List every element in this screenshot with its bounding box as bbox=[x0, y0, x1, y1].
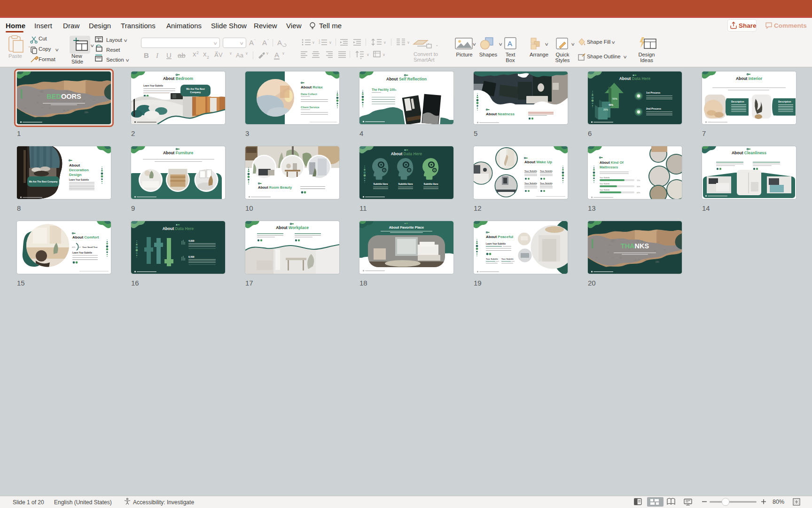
svg-text:Your Subtitle: Your Subtitle bbox=[540, 182, 553, 184]
svg-text:Your Subtitle: Your Subtitle bbox=[600, 189, 609, 191]
svg-text:∨: ∨ bbox=[383, 53, 385, 57]
svg-text:B: B bbox=[144, 51, 149, 59]
svg-text:About Workplace: About Workplace bbox=[276, 225, 309, 230]
svg-text:About Peaceful: About Peaceful bbox=[486, 235, 513, 239]
svg-text:50%: 50% bbox=[637, 186, 640, 188]
svg-text:Mattresses: Mattresses bbox=[600, 165, 618, 169]
svg-text:∨: ∨ bbox=[266, 51, 269, 56]
svg-text:About: About bbox=[69, 163, 80, 167]
svg-text:Your Small Text: Your Small Text bbox=[82, 246, 98, 248]
svg-text:A: A bbox=[360, 57, 362, 60]
svg-text:∨: ∨ bbox=[383, 40, 386, 45]
svg-text:About Self Reflection: About Self Reflection bbox=[386, 77, 427, 81]
svg-text:Your Subtitle: Your Subtitle bbox=[540, 170, 553, 172]
svg-text:80%: 80% bbox=[773, 499, 784, 505]
svg-text:THANKS: THANKS bbox=[621, 242, 649, 250]
svg-text:∨: ∨ bbox=[245, 51, 248, 56]
svg-text:∨: ∨ bbox=[282, 51, 285, 56]
svg-text:x: x bbox=[203, 50, 207, 58]
svg-text:55%: 55% bbox=[612, 97, 617, 100]
svg-text:Your Subtitle: Your Subtitle bbox=[600, 183, 609, 185]
svg-text:A: A bbox=[274, 51, 279, 59]
svg-text:About Comfort: About Comfort bbox=[72, 235, 99, 239]
svg-text:About Kind Of: About Kind Of bbox=[600, 160, 624, 165]
svg-text:⌄: ⌄ bbox=[435, 42, 439, 47]
svg-text:x: x bbox=[193, 50, 196, 58]
svg-text:48%: 48% bbox=[609, 103, 614, 106]
svg-text:∨: ∨ bbox=[367, 53, 369, 57]
svg-text:62%: 62% bbox=[637, 192, 640, 194]
svg-text:U: U bbox=[166, 51, 172, 59]
svg-text:Your Subtitle: Your Subtitle bbox=[524, 182, 538, 184]
svg-text:Your Subtitle: Your Subtitle bbox=[486, 258, 498, 260]
svg-text:We Are The Best: We Are The Best bbox=[186, 87, 205, 90]
svg-text:Learn Your Subtitle: Learn Your Subtitle bbox=[486, 243, 506, 245]
svg-text:2: 2 bbox=[196, 50, 199, 55]
svg-text:∨: ∨ bbox=[229, 51, 232, 56]
svg-text:∨: ∨ bbox=[312, 40, 315, 45]
svg-text:About Bedroom: About Bedroom bbox=[163, 76, 194, 81]
svg-text:Company: Company bbox=[190, 91, 201, 94]
svg-text:Your Subtitle: Your Subtitle bbox=[600, 177, 609, 179]
svg-text:2: 2 bbox=[207, 55, 209, 60]
svg-text:Description: Description bbox=[731, 100, 744, 103]
svg-text:The Facility 100%: The Facility 100% bbox=[372, 88, 397, 92]
svg-text:∨: ∨ bbox=[407, 40, 410, 45]
svg-text:About Wake Up: About Wake Up bbox=[524, 160, 552, 164]
svg-text:Your Subtitle: Your Subtitle bbox=[501, 258, 514, 260]
svg-text:About Cleanliness: About Cleanliness bbox=[732, 151, 766, 155]
svg-text:ˇ: ˇ bbox=[267, 39, 269, 43]
svg-text:Aa: Aa bbox=[236, 52, 244, 59]
svg-text:Subtitle Here: Subtitle Here bbox=[398, 183, 413, 185]
svg-text:4,000: 4,000 bbox=[188, 239, 195, 242]
svg-text:About Relax: About Relax bbox=[301, 85, 323, 89]
svg-text:ˆ: ˆ bbox=[254, 39, 256, 43]
svg-text:About Room Beauty: About Room Beauty bbox=[258, 185, 292, 190]
svg-text:About Interior: About Interior bbox=[736, 76, 763, 81]
svg-text:A: A bbox=[277, 39, 282, 47]
svg-text:BEDOORS: BEDOORS bbox=[47, 93, 81, 100]
svg-text:Subtitle Here: Subtitle Here bbox=[424, 183, 438, 185]
svg-text:A: A bbox=[508, 40, 512, 48]
svg-text:Description: Description bbox=[778, 100, 791, 103]
svg-text:∨: ∨ bbox=[329, 40, 332, 45]
svg-text:About Neatness: About Neatness bbox=[486, 112, 515, 116]
svg-text:A: A bbox=[249, 39, 254, 47]
svg-text:A: A bbox=[262, 39, 267, 47]
svg-text:1st Process: 1st Process bbox=[646, 91, 660, 94]
svg-text:I: I bbox=[156, 52, 159, 59]
svg-text:About Data Here: About Data Here bbox=[619, 76, 651, 81]
svg-text:A⃗V: A⃗V bbox=[214, 51, 223, 58]
svg-text:8,500: 8,500 bbox=[188, 255, 195, 258]
svg-text:About Furniture: About Furniture bbox=[163, 151, 193, 155]
svg-text:2: 2 bbox=[319, 41, 320, 44]
svg-text:Decoration: Decoration bbox=[69, 168, 89, 172]
svg-text:Design: Design bbox=[69, 173, 82, 177]
svg-text:Client Service: Client Service bbox=[301, 106, 320, 109]
svg-text:72%: 72% bbox=[637, 180, 640, 182]
svg-text:About Data Here: About Data Here bbox=[391, 151, 422, 156]
svg-text:Subtitle Here: Subtitle Here bbox=[374, 183, 388, 185]
svg-text:Data Collect: Data Collect bbox=[301, 93, 317, 95]
svg-text:Your Subtitle: Your Subtitle bbox=[524, 170, 538, 172]
svg-text:ab: ab bbox=[178, 51, 186, 59]
svg-text:We Are The Best Company: We Are The Best Company bbox=[29, 181, 57, 183]
svg-text:About Data Here: About Data Here bbox=[163, 226, 194, 231]
svg-text:20%: 20% bbox=[603, 108, 609, 111]
svg-text:40%: 40% bbox=[72, 246, 76, 248]
svg-text:Learn Your Subtitle: Learn Your Subtitle bbox=[143, 85, 163, 87]
svg-text:Learn Your Subtitle: Learn Your Subtitle bbox=[72, 252, 92, 254]
svg-text:2nd Process: 2nd Process bbox=[646, 107, 661, 110]
svg-text:About Favorite Place: About Favorite Place bbox=[389, 225, 424, 230]
svg-text:Learn Your Subtitle: Learn Your Subtitle bbox=[69, 179, 89, 181]
